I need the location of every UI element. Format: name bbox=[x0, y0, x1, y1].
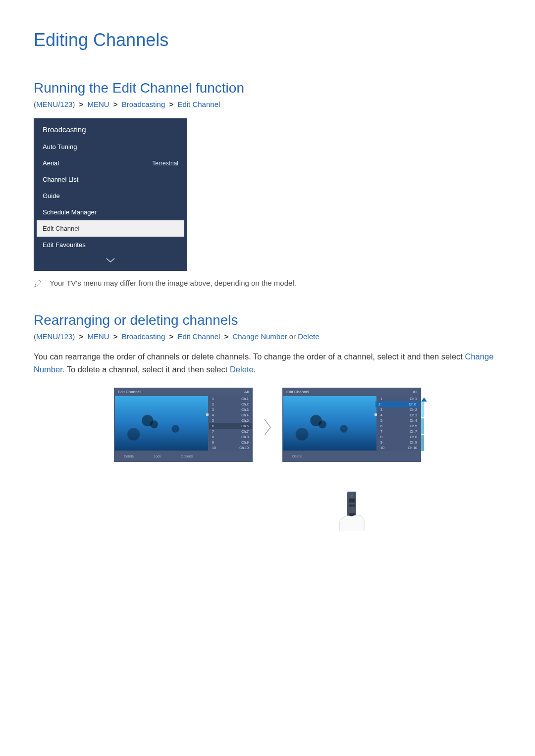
channel-row: 2Ch.6 bbox=[375, 402, 419, 407]
pv-channel-list: 1Ch.12Ch.63Ch.24Ch.35Ch.46Ch.57Ch.78Ch.8… bbox=[377, 396, 420, 451]
channel-num: 10 bbox=[212, 446, 216, 450]
body-paragraph: You can rearrange the order of channels … bbox=[34, 351, 501, 376]
menu-item-label: Auto Tuning bbox=[43, 143, 77, 151]
channel-name: Ch.6 bbox=[409, 403, 416, 406]
channel-num: 1 bbox=[212, 397, 214, 401]
menu-item-label: Channel List bbox=[43, 176, 78, 183]
svg-rect-3 bbox=[349, 504, 355, 506]
bc-delete: Delete bbox=[298, 332, 319, 341]
menu-header: Broadcasting bbox=[34, 118, 187, 139]
menu-item: Guide bbox=[34, 188, 187, 204]
bc-edit-channel: Edit Channel bbox=[177, 100, 220, 108]
bc-broadcasting: Broadcasting bbox=[122, 100, 165, 108]
remote-hand-illustration bbox=[334, 492, 369, 531]
menu-item: Schedule Manager bbox=[34, 204, 187, 220]
tv-menu-screenshot: Broadcasting Auto TuningAerialTerrestria… bbox=[34, 118, 187, 271]
channel-row: 8Ch.8 bbox=[377, 434, 420, 440]
channel-num: 4 bbox=[380, 413, 382, 417]
channel-name: Ch.2 bbox=[241, 403, 249, 406]
note: Your TV's menu may differ from the image… bbox=[34, 279, 501, 288]
bc-paren-close: ) bbox=[72, 332, 75, 341]
breadcrumb-2: (MENU/123) > MENU > Broadcasting > Edit … bbox=[34, 332, 501, 341]
channel-row: 6Ch.5 bbox=[377, 423, 420, 429]
bc-sep: > bbox=[79, 100, 84, 108]
channel-name: Ch.10 bbox=[408, 446, 417, 450]
pv-footer-delete: Delete bbox=[124, 454, 134, 458]
menu-item-label: Guide bbox=[43, 192, 60, 200]
channel-num: 9 bbox=[380, 441, 382, 444]
preview-arrow-icon bbox=[263, 388, 272, 439]
channel-name: Ch.7 bbox=[241, 430, 249, 433]
channel-row: 6Ch.6 bbox=[209, 423, 252, 429]
channel-name: Ch.4 bbox=[241, 413, 249, 417]
bc-menu123: MENU/123 bbox=[36, 332, 72, 341]
menu-item-label: Schedule Manager bbox=[43, 208, 97, 216]
channel-name: Ch.6 bbox=[241, 424, 249, 428]
pv-footer-delete: Delete bbox=[292, 454, 302, 458]
pv-channel-list: 1Ch.12Ch.23Ch.34Ch.45Ch.56Ch.67Ch.78Ch.8… bbox=[209, 396, 252, 451]
channel-num: 7 bbox=[212, 430, 214, 433]
section-heading-1: Running the Edit Channel function bbox=[34, 80, 501, 96]
bc-sep: > bbox=[224, 332, 229, 341]
channel-row: 10Ch.10 bbox=[209, 445, 252, 451]
menu-item-value: Terrestrial bbox=[152, 160, 178, 167]
channel-num: 10 bbox=[380, 446, 384, 450]
bc-edit-channel: Edit Channel bbox=[177, 332, 220, 341]
pv-footer-options: Options bbox=[181, 454, 193, 458]
channel-num: 6 bbox=[380, 424, 382, 428]
channel-name: Ch.9 bbox=[241, 441, 249, 444]
channel-row: 7Ch.7 bbox=[209, 429, 252, 434]
note-text: Your TV's menu may differ from the image… bbox=[50, 279, 296, 287]
channel-name: Ch.3 bbox=[410, 413, 417, 417]
channel-name: Ch.1 bbox=[410, 397, 417, 401]
pv-filter: All bbox=[244, 390, 249, 394]
channel-num: 9 bbox=[212, 441, 214, 444]
menu-item: Channel List bbox=[34, 171, 187, 188]
channel-row: 9Ch.9 bbox=[377, 440, 420, 445]
pv-video-thumb bbox=[283, 396, 376, 451]
body-pre: You can rearrange the order of channels … bbox=[34, 352, 465, 361]
pv-footer-lock: Lock bbox=[154, 454, 161, 458]
bc-or: or bbox=[287, 332, 298, 341]
channel-row: 9Ch.9 bbox=[209, 440, 252, 445]
channel-name: Ch.5 bbox=[410, 424, 417, 428]
bc-broadcasting: Broadcasting bbox=[122, 332, 165, 341]
menu-item: Edit Channel bbox=[37, 220, 184, 237]
bc-change-number: Change Number bbox=[232, 332, 287, 341]
menu-item-label: Aerial bbox=[43, 159, 59, 167]
channel-name: Ch.1 bbox=[241, 397, 249, 401]
channel-row: 3Ch.3 bbox=[209, 407, 252, 412]
svg-rect-2 bbox=[349, 499, 355, 503]
channel-row: 5Ch.5 bbox=[209, 418, 252, 423]
preview-after: Edit Channel All 1Ch.12Ch.63Ch.24Ch.35Ch… bbox=[282, 388, 421, 462]
pv-title: Edit Channel bbox=[286, 390, 309, 394]
side-indicator-icon bbox=[421, 402, 425, 451]
channel-num: 8 bbox=[380, 435, 382, 439]
channel-name: Ch.8 bbox=[241, 435, 249, 439]
bc-sep: > bbox=[79, 332, 84, 341]
channel-name: Ch.4 bbox=[410, 419, 417, 422]
channel-num: 5 bbox=[212, 419, 214, 422]
bc-menu: MENU bbox=[87, 332, 109, 341]
channel-num: 2 bbox=[212, 403, 214, 406]
channel-num: 1 bbox=[380, 397, 382, 401]
channel-row: 7Ch.7 bbox=[377, 429, 420, 434]
bc-menu123: MENU/123 bbox=[36, 100, 72, 108]
menu-item: Auto Tuning bbox=[34, 139, 187, 155]
channel-row: 1Ch.1 bbox=[377, 396, 420, 402]
menu-item: AerialTerrestrial bbox=[34, 155, 187, 171]
channel-name: Ch.9 bbox=[410, 441, 417, 444]
pv-title: Edit Channel bbox=[118, 390, 141, 394]
channel-name: Ch.7 bbox=[410, 430, 417, 433]
channel-num: 8 bbox=[212, 435, 214, 439]
preview-before: Edit Channel All 1Ch.12Ch.23Ch.34Ch.45Ch… bbox=[114, 388, 253, 462]
breadcrumb-1: (MENU/123) > MENU > Broadcasting > Edit … bbox=[34, 100, 501, 108]
pv-video-thumb bbox=[115, 396, 208, 451]
bc-sep: > bbox=[113, 100, 118, 108]
channel-num: 2 bbox=[378, 403, 380, 406]
channel-num: 4 bbox=[212, 413, 214, 417]
channel-num: 3 bbox=[380, 408, 382, 411]
channel-num: 5 bbox=[380, 419, 382, 422]
channel-name: Ch.8 bbox=[410, 435, 417, 439]
channel-row: 2Ch.2 bbox=[209, 402, 252, 407]
